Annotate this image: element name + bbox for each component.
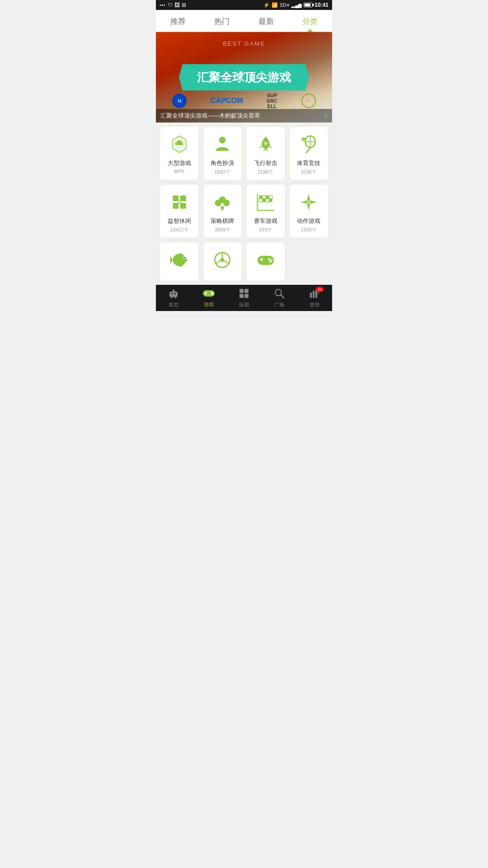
svg-point-8: [264, 142, 267, 145]
svg-line-12: [306, 147, 310, 153]
shoot-count: 2186个: [258, 169, 273, 175]
svg-rect-28: [266, 199, 269, 202]
nav-manage[interactable]: 24 管理: [297, 285, 332, 311]
svg-rect-45: [171, 293, 173, 294]
category-gamepad[interactable]: [246, 242, 286, 281]
gamepad-icon: [254, 249, 277, 271]
svg-rect-63: [310, 292, 312, 298]
tab-recommend[interactable]: 推荐: [156, 10, 200, 31]
supercell-logo: SUPERCELL: [267, 93, 277, 109]
banner-desc-text: 汇聚全球顶尖游戏——木蚂蚁顶尖荟萃: [160, 112, 260, 120]
image-icon: 🖼: [174, 2, 180, 8]
svg-line-36: [216, 261, 221, 264]
person-icon: [211, 133, 234, 156]
big-game-name: 大型游戏: [168, 159, 191, 167]
category-casual[interactable]: 益智休闲 13422个: [160, 184, 199, 238]
racing-name: 赛车游戏: [254, 217, 277, 225]
sports-name: 体育竞技: [297, 159, 320, 167]
shoot-name: 飞行射击: [254, 159, 277, 167]
category-drive[interactable]: [203, 242, 243, 281]
nav-apps[interactable]: 应用: [226, 285, 262, 311]
racing-icon: [254, 191, 277, 213]
banner-title: BEST GAME: [223, 40, 265, 47]
banner-logos: U CAPCOM SUPERCELL ●: [156, 93, 332, 109]
racing-count: 593个: [259, 226, 272, 233]
svg-point-32: [183, 257, 185, 258]
svg-rect-40: [261, 258, 262, 261]
role-play-count: 1602个: [215, 169, 230, 175]
nav-tabs: 推荐 热门 最新 分类: [156, 10, 332, 32]
category-big-game[interactable]: MPK 大型游戏 MPK: [160, 126, 199, 180]
shield-icon: 🛡: [168, 2, 173, 8]
nav-manage-label: 管理: [310, 302, 319, 308]
svg-point-6: [181, 141, 182, 142]
svg-rect-60: [244, 294, 249, 298]
tennis-icon: [297, 133, 320, 156]
tab-hot[interactable]: 热门: [200, 10, 244, 31]
category-shoot[interactable]: 飞行射击 2186个: [246, 126, 286, 180]
svg-point-7: [219, 137, 226, 144]
category-racing[interactable]: 赛车游戏 593个: [246, 184, 286, 238]
svg-rect-27: [262, 199, 265, 202]
svg-point-41: [268, 258, 270, 260]
action-count: 1926个: [301, 226, 317, 233]
category-action[interactable]: 动作游戏 1926个: [289, 184, 329, 238]
shuriken-icon: [297, 191, 320, 213]
fish-icon: [168, 249, 191, 271]
category-sports[interactable]: 体育竞技 1036个: [289, 126, 329, 180]
svg-rect-29: [269, 199, 272, 202]
svg-rect-49: [171, 297, 172, 298]
nav-home[interactable]: 首页: [156, 285, 191, 311]
banner[interactable]: BEST GAME 汇聚全球顶尖游戏 U CAPCOM SUPERCELL ● …: [156, 32, 332, 123]
svg-rect-44: [169, 292, 178, 297]
mpk-icon: MPK: [168, 133, 191, 156]
svg-rect-3: [176, 142, 182, 145]
svg-rect-48: [173, 289, 174, 290]
category-strategy[interactable]: 策略棋牌 3069个: [203, 184, 243, 238]
nav-game-label: 游戏: [204, 301, 214, 308]
svg-rect-25: [269, 195, 272, 198]
svg-point-21: [223, 200, 230, 207]
search-icon: [274, 288, 285, 301]
svg-rect-58: [244, 289, 249, 293]
svg-point-4: [177, 141, 178, 142]
svg-rect-26: [259, 199, 262, 202]
apps-icon: [239, 288, 249, 301]
nav-game[interactable]: 游戏: [191, 285, 226, 311]
rocket-icon: [254, 133, 277, 156]
status-bar: ••• 🛡 🖼 ⊞ ⚡ 📶 SD✕ ▂▄▆ 10:41: [156, 0, 332, 10]
svg-point-34: [221, 258, 225, 262]
casual-name: 益智休闲: [168, 217, 191, 225]
svg-rect-15: [180, 195, 186, 201]
svg-rect-57: [239, 289, 244, 293]
nav-plaza[interactable]: 广场: [262, 285, 297, 311]
banner-ribbon: 汇聚全球顶尖游戏: [179, 64, 309, 91]
tab-latest[interactable]: 最新: [244, 10, 288, 31]
club-icon: [211, 191, 234, 213]
svg-point-30: [307, 200, 311, 204]
svg-rect-50: [175, 297, 176, 298]
strategy-count: 3069个: [215, 226, 230, 233]
strategy-name: 策略棋牌: [211, 217, 234, 225]
category-role-play[interactable]: 角色扮演 1602个: [203, 126, 243, 180]
banner-description: 汇聚全球顶尖游戏——木蚂蚁顶尖荟萃 5: [156, 109, 332, 123]
bluetooth-icon: ⚡: [263, 2, 270, 8]
svg-rect-22: [259, 195, 262, 198]
sd-icon: SD✕: [280, 3, 290, 8]
svg-rect-16: [173, 203, 178, 209]
svg-line-37: [225, 261, 229, 264]
svg-rect-59: [239, 294, 244, 298]
grid-icon: ⊞: [182, 2, 186, 8]
tab-category[interactable]: 分类: [288, 10, 333, 31]
ubisoft-logo: U: [172, 94, 187, 108]
action-name: 动作游戏: [297, 217, 320, 225]
category-grid: MPK 大型游戏 MPK 角色扮演 1602个: [156, 123, 332, 285]
steering-wheel-icon: [211, 249, 234, 271]
signal-dots: •••: [160, 3, 166, 8]
banner-page-number: 5: [324, 112, 328, 119]
signal-icon: ▂▄▆: [291, 3, 302, 8]
casual-count: 13422个: [170, 226, 189, 233]
svg-rect-46: [174, 293, 176, 294]
svg-rect-64: [313, 291, 314, 298]
category-fish[interactable]: [160, 242, 199, 281]
